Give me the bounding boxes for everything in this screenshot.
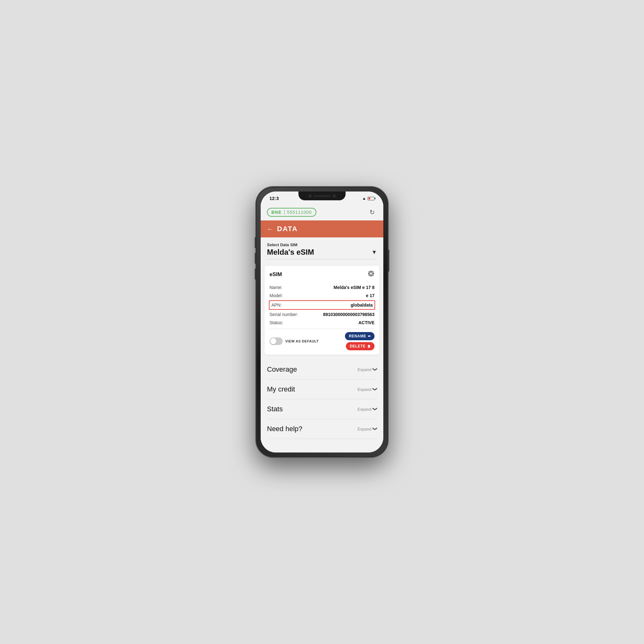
actions-row: VIEW AS DEFAULT RENAME ✏ DELETE 🗑 <box>269 332 375 350</box>
need-help-expand-right: Expand ❯ <box>358 426 377 431</box>
wifi-icon: ▲ <box>362 196 366 201</box>
need-help-expand-text: Expand <box>358 427 371 431</box>
model-label: Model: <box>269 293 283 298</box>
refresh-icon: ↻ <box>369 208 375 216</box>
sim-name: Melda's eSIM <box>267 248 314 257</box>
battery-fill <box>369 197 370 199</box>
my-credit-expand-text: Expand <box>358 387 371 392</box>
stats-section[interactable]: Stats Expand ❯ <box>267 399 377 419</box>
name-label: Name: <box>269 285 282 290</box>
card-divider <box>269 329 375 329</box>
coverage-section[interactable]: Coverage Expand ❯ <box>267 360 377 380</box>
delete-trash-icon: 🗑 <box>367 344 371 348</box>
my-credit-section[interactable]: My credit Expand ❯ <box>267 380 377 399</box>
svg-rect-1 <box>370 272 372 275</box>
apn-label: APN: <box>271 303 282 308</box>
need-help-chevron-icon: ❯ <box>373 427 378 431</box>
apn-row: APN: globaldata <box>269 300 375 310</box>
serial-label: Serial number: <box>269 312 298 317</box>
delete-label: DELETE <box>350 344 365 348</box>
serial-value: 891030000000003798563 <box>323 312 375 317</box>
back-arrow-icon[interactable]: ← <box>267 225 273 233</box>
phone-frame: 12:3 ▲ BNE 555111000 ↻ <box>256 187 388 457</box>
my-credit-label: My credit <box>267 385 295 393</box>
sim-selector: Select Data SIM Melda's eSIM ▼ <box>261 237 383 263</box>
app-content: BNE 555111000 ↻ ← Data Select Data SIM M… <box>261 203 383 452</box>
apn-value: globaldata <box>351 303 373 308</box>
chip-icon <box>368 270 375 279</box>
coverage-chevron-icon: ❯ <box>373 368 378 371</box>
name-value: Melda's eSIM e 17 8 <box>334 285 375 290</box>
battery-container <box>368 197 375 200</box>
action-buttons: RENAME ✏ DELETE 🗑 <box>345 332 375 350</box>
status-row: Status: ACTIVE <box>269 319 375 327</box>
stats-expand-right: Expand ❯ <box>358 407 377 412</box>
header-bar: ← Data <box>261 220 383 237</box>
stats-label: Stats <box>267 405 283 413</box>
status-label: Status: <box>269 320 283 325</box>
status-time: 12:3 <box>269 196 279 201</box>
status-icons: ▲ <box>362 196 375 201</box>
page-title: Data <box>277 225 298 233</box>
coverage-label: Coverage <box>267 365 297 374</box>
view-default-toggle[interactable] <box>269 337 283 345</box>
model-row: Model: e 17 <box>269 291 375 300</box>
refresh-button[interactable]: ↻ <box>367 207 377 217</box>
svg-rect-0 <box>369 271 373 276</box>
rename-label: RENAME <box>349 334 366 338</box>
rename-button[interactable]: RENAME ✏ <box>345 332 375 340</box>
top-bar: BNE 555111000 ↻ <box>261 203 383 220</box>
name-row: Name: Melda's eSIM e 17 8 <box>269 283 375 291</box>
rename-edit-icon: ✏ <box>368 334 371 338</box>
notch <box>298 192 346 200</box>
bne-number: 555111000 <box>287 210 312 215</box>
my-credit-expand-right: Expand ❯ <box>358 387 377 392</box>
toggle-knob <box>270 338 276 344</box>
coverage-expand-right: Expand ❯ <box>358 367 377 372</box>
bne-divider <box>284 210 285 215</box>
toggle-row: VIEW AS DEFAULT <box>269 337 319 345</box>
phone-screen: 12:3 ▲ BNE 555111000 ↻ <box>261 192 383 452</box>
notch-camera <box>308 194 312 197</box>
bne-label: BNE <box>271 210 282 215</box>
dropdown-arrow-icon: ▼ <box>371 249 377 256</box>
status-value: ACTIVE <box>358 320 375 325</box>
need-help-label: Need help? <box>267 425 303 433</box>
need-help-section[interactable]: Need help? Expand ❯ <box>267 419 377 439</box>
notch-camera-2 <box>333 194 336 197</box>
expand-sections: Coverage Expand ❯ My credit Expand ❯ Sta… <box>261 357 383 441</box>
esim-card: eSIM Name: Melda's eSIM e 17 8 Model: e … <box>264 266 380 355</box>
coverage-expand-text: Expand <box>358 367 371 372</box>
battery-body <box>368 197 375 200</box>
stats-expand-text: Expand <box>358 407 371 412</box>
sim-name-row[interactable]: Melda's eSIM ▼ <box>267 248 377 259</box>
my-credit-chevron-icon: ❯ <box>373 387 378 391</box>
model-value: e 17 <box>366 293 375 298</box>
view-default-label: VIEW AS DEFAULT <box>285 339 319 343</box>
bne-pill[interactable]: BNE 555111000 <box>267 208 316 217</box>
esim-title: eSIM <box>269 271 282 278</box>
stats-chevron-icon: ❯ <box>373 407 378 411</box>
delete-button[interactable]: DELETE 🗑 <box>346 342 375 350</box>
esim-card-header: eSIM <box>269 270 375 279</box>
notch-speaker <box>314 195 331 197</box>
serial-row: Serial number: 891030000000003798563 <box>269 310 375 319</box>
sim-selector-label: Select Data SIM <box>267 242 377 247</box>
